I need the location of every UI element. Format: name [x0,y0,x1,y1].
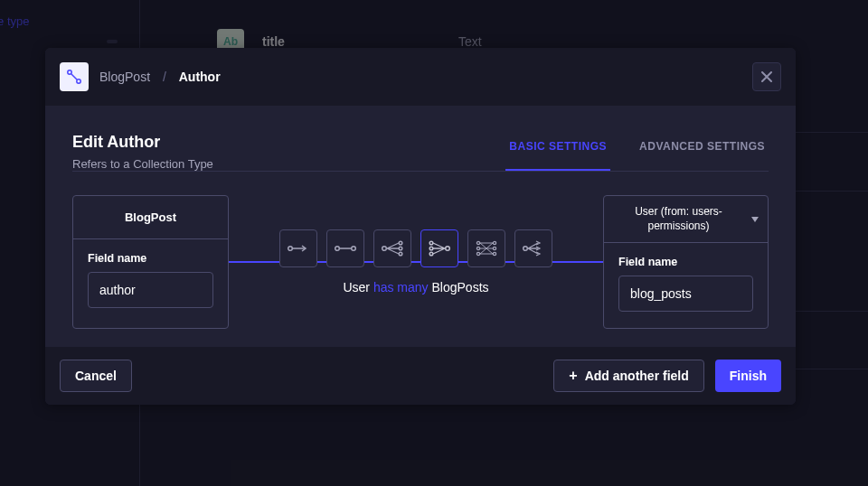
modal-title: Edit Author [72,133,213,152]
target-model-box: User (from: users-permissions) Field nam… [603,195,769,329]
relation-editor: BlogPost Field name [72,195,769,329]
svg-point-0 [68,70,71,74]
svg-point-9 [429,241,433,245]
target-model-select[interactable]: User (from: users-permissions) [604,196,768,243]
svg-point-7 [399,247,402,250]
edit-field-modal: BlogPost / Author Edit Author Refers to … [45,48,796,405]
chevron-down-icon [751,217,759,222]
svg-point-8 [399,252,402,256]
svg-point-13 [476,241,479,244]
svg-point-19 [524,247,528,251]
svg-point-10 [429,247,433,250]
source-model-box: BlogPost Field name [72,195,229,329]
svg-point-4 [352,247,356,251]
relation-one-way[interactable] [279,229,317,267]
one-to-one-icon [334,242,357,255]
settings-tabs: BASIC SETTINGS ADVANCED SETTINGS [505,133,769,171]
close-button[interactable] [752,62,781,91]
breadcrumb-sep: / [163,70,166,84]
breadcrumb-current: Author [179,70,221,84]
relation-type-icon [60,62,89,91]
svg-point-15 [476,252,479,255]
svg-point-18 [493,252,495,255]
breadcrumb: BlogPost / Author [99,70,221,84]
relation-one-to-many[interactable] [373,229,411,267]
relation-type-selector: User has many BlogPosts [229,229,603,294]
svg-point-16 [493,241,495,244]
svg-point-3 [335,247,340,251]
modal-header: BlogPost / Author [45,48,796,106]
relation-many-to-many[interactable] [467,229,505,267]
add-another-field-button[interactable]: + Add another field [553,360,703,392]
target-field-label: Field name [618,256,753,268]
svg-point-2 [288,247,293,251]
modal-subtitle: Refers to a Collection Type [72,157,213,171]
source-field-name-input[interactable] [88,272,213,308]
relation-sentence: User has many BlogPosts [341,280,490,294]
modal-body: Edit Author Refers to a Collection Type … [45,106,796,347]
cancel-button[interactable]: Cancel [60,360,132,392]
svg-point-1 [77,79,80,83]
one-to-many-icon [381,240,404,257]
relation-many-way[interactable] [514,229,552,267]
svg-point-12 [446,247,450,251]
plus-icon: + [569,369,577,383]
svg-point-14 [476,247,479,249]
close-icon [761,71,772,82]
svg-point-5 [382,247,387,251]
tab-basic-settings[interactable]: BASIC SETTINGS [505,133,610,171]
one-way-icon [287,242,310,255]
many-to-one-icon [428,240,451,257]
modal-footer: Cancel + Add another field Finish [45,347,796,405]
relation-one-to-one[interactable] [326,229,364,267]
svg-point-11 [429,252,433,256]
svg-point-17 [493,247,495,249]
tab-advanced-settings[interactable]: ADVANCED SETTINGS [636,133,769,171]
breadcrumb-parent[interactable]: BlogPost [99,70,150,84]
finish-button[interactable]: Finish [715,360,781,392]
source-field-label: Field name [88,252,213,265]
relation-many-to-one[interactable] [420,229,458,267]
source-model-name: BlogPost [73,196,228,239]
many-way-icon [522,240,545,257]
target-field-name-input[interactable] [618,276,753,312]
many-to-many-icon [475,240,498,257]
svg-point-6 [399,241,402,245]
